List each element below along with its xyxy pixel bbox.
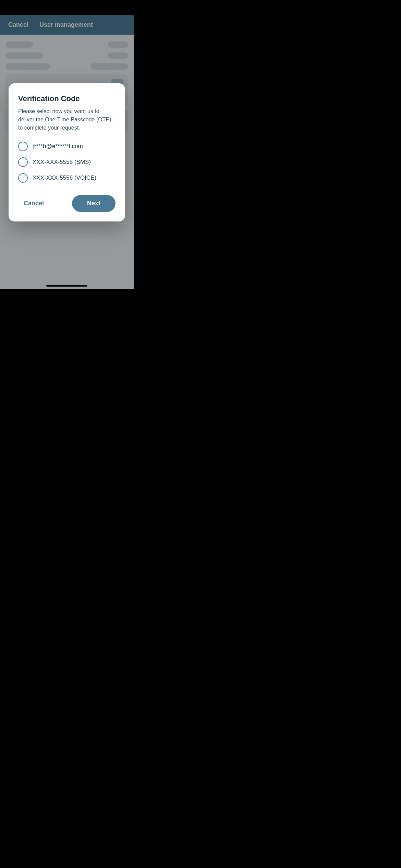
modal-description: Please select how you want us to deliver… bbox=[18, 107, 116, 132]
radio-email[interactable] bbox=[18, 142, 28, 151]
option-sms-label: XXX-XXX-5555 (SMS) bbox=[33, 159, 91, 166]
modal-next-button[interactable]: Next bbox=[72, 195, 116, 212]
modal-cancel-button[interactable]: Cancel bbox=[18, 196, 49, 211]
option-email[interactable]: j****h@e******l.com bbox=[18, 142, 116, 151]
status-bar bbox=[0, 0, 134, 15]
home-indicator bbox=[46, 285, 87, 287]
otp-delivery-options: j****h@e******l.com XXX-XXX-5555 (SMS) X… bbox=[18, 142, 116, 183]
option-sms[interactable]: XXX-XXX-5555 (SMS) bbox=[18, 157, 116, 167]
modal-actions: Cancel Next bbox=[18, 195, 116, 212]
option-voice-label: XXX-XXX-5556 (VOICE) bbox=[33, 174, 96, 181]
radio-voice[interactable] bbox=[18, 173, 28, 183]
verification-modal: Verification Code Please select how you … bbox=[9, 83, 125, 221]
modal-title: Verification Code bbox=[18, 94, 116, 103]
option-voice[interactable]: XXX-XXX-5556 (VOICE) bbox=[18, 173, 116, 183]
option-email-label: j****h@e******l.com bbox=[33, 143, 83, 150]
screen: Cancel User management U A bbox=[0, 15, 134, 289]
modal-overlay: Verification Code Please select how you … bbox=[0, 15, 134, 289]
radio-sms[interactable] bbox=[18, 157, 28, 167]
